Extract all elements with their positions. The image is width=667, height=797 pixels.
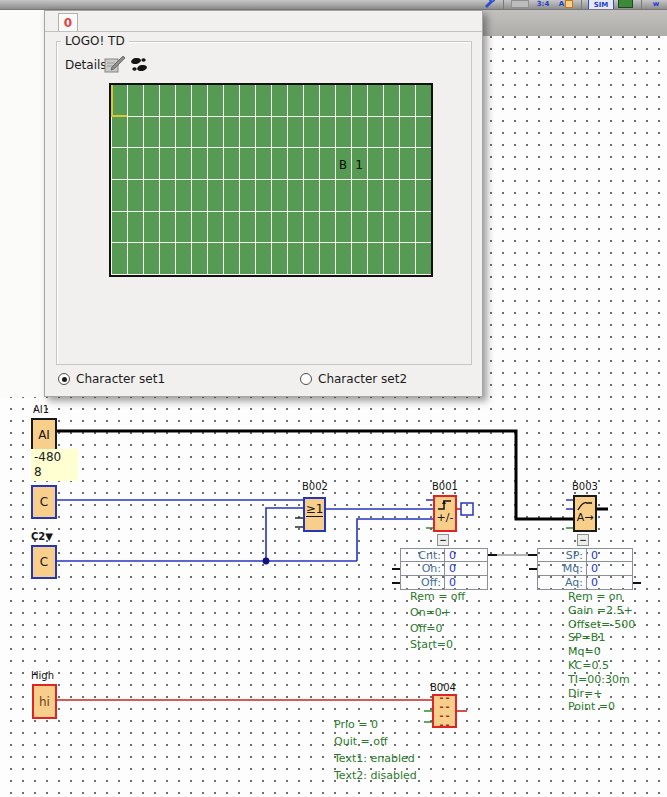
hi-block[interactable]: hi <box>32 684 57 719</box>
edit-pencil-icon <box>104 55 126 74</box>
value-line1: -480 <box>34 450 75 465</box>
charset2-label[interactable]: Character set2 <box>318 372 407 386</box>
groupbox-title: LOGO! TD <box>61 34 129 48</box>
td-display: B 1 <box>109 83 433 277</box>
c2-block-label: C2▼ <box>31 531 53 542</box>
tab-0[interactable]: 0 <box>58 13 78 31</box>
param-label: Aq: <box>538 576 586 589</box>
font-tool-icon[interactable]: A <box>557 0 575 8</box>
charset2-radio[interactable] <box>300 373 312 385</box>
canvas-left-margin <box>0 10 44 397</box>
disabled-tool-icon[interactable] <box>510 0 530 8</box>
td-display-char: B <box>335 157 351 172</box>
details-label: Details <box>65 58 107 72</box>
param-label: SP: <box>538 549 586 562</box>
wire-c2-b002[interactable] <box>266 508 303 561</box>
toolbar-separator <box>503 0 504 10</box>
tab-row-divider <box>45 31 482 32</box>
display-tool-icon[interactable] <box>617 0 633 8</box>
b003-annotation: Rem = on Gain =2.5+ Offset=-500 SP=B1 Mq… <box>568 590 635 714</box>
hi-symbol: hi <box>39 695 50 709</box>
wrench-icon[interactable] <box>482 0 496 8</box>
param-value[interactable]: 0 <box>444 562 487 575</box>
c1-block[interactable]: C <box>31 485 57 519</box>
param-value[interactable]: 0 <box>586 562 632 575</box>
value-tooltip: -480 8 <box>31 449 78 481</box>
main-toolbar-strip: 3:4 A SIM w <box>0 0 667 10</box>
b002-symbol: ≥1 <box>306 502 324 517</box>
b001-annotation: Rem = off On=0+ Off=0 Start=0 <box>410 590 465 654</box>
high-block-label: High <box>31 670 54 681</box>
param-label: Mq: <box>538 562 586 575</box>
w-tool-icon[interactable]: w <box>648 0 664 8</box>
b001-symbol: +/- <box>437 511 454 524</box>
ai1-symbol: AI <box>38 428 50 442</box>
param-value[interactable]: 0 <box>586 549 632 562</box>
value-line2: 8 <box>34 465 75 480</box>
b003-collapse-button[interactable]: − <box>577 534 589 546</box>
logo-td-dialog: 0 LOGO! TD Details B 1 Character set1 Ch… <box>44 10 483 397</box>
character-set-button[interactable] <box>129 55 151 74</box>
b004-block[interactable]: -- -- -- -- <box>432 694 457 728</box>
td-display-cursor <box>111 85 127 117</box>
zoom-ratio-icon[interactable]: 3:4 <box>534 0 552 8</box>
c2-symbol: C <box>40 555 48 569</box>
td-display-grid <box>111 85 431 275</box>
param-value[interactable]: 0 <box>444 549 487 562</box>
b001-block[interactable]: +/- <box>433 495 457 532</box>
b002-block[interactable]: ≥1 <box>303 497 326 532</box>
b003-block-label: B003 <box>572 481 598 492</box>
c1-symbol: C <box>40 495 48 509</box>
wire-junction-dot <box>263 558 270 565</box>
ramp-curve-icon <box>577 500 593 511</box>
b001-open-connector[interactable] <box>461 503 473 515</box>
param-label: Off: <box>401 576 444 589</box>
b002-block-label: B002 <box>302 481 328 492</box>
c2-block[interactable]: C <box>31 545 57 579</box>
b004-message-symbol: -- -- -- -- <box>434 693 455 729</box>
charset1-label[interactable]: Character set1 <box>76 372 165 386</box>
footprints-icon <box>129 55 151 74</box>
param-value[interactable]: 0 <box>444 576 487 589</box>
ai1-block-label: AI1 <box>33 404 49 415</box>
charset1-radio[interactable] <box>58 373 70 385</box>
b003-symbol: A→ <box>577 511 594 524</box>
edit-details-button[interactable] <box>104 55 126 74</box>
b003-param-table: SP: 0 Mq: 0 Aq: 0 <box>537 548 633 590</box>
b001-collapse-button[interactable]: − <box>437 534 449 546</box>
ai1-block[interactable]: AI <box>31 418 57 452</box>
td-display-char: 1 <box>351 157 367 172</box>
toolbar-separator <box>581 0 582 10</box>
param-label: Cnt: <box>401 549 444 562</box>
edge-trigger-icon <box>437 499 453 511</box>
b001-block-label: B001 <box>432 481 458 492</box>
radio-selected-dot <box>62 377 67 382</box>
simulation-icon[interactable]: SIM <box>588 0 614 10</box>
toolbar-lower-band <box>480 10 667 36</box>
param-label: On: <box>401 562 444 575</box>
b001-param-table: Cnt: 0 On: 0 Off: 0 <box>400 548 488 590</box>
b003-block[interactable]: A→ <box>573 495 597 532</box>
toolbar-separator <box>641 0 642 10</box>
param-value[interactable]: 0 <box>586 576 632 589</box>
b004-annotation: Prio = 0 Quit = off Text1: enabled Text2… <box>334 718 417 786</box>
